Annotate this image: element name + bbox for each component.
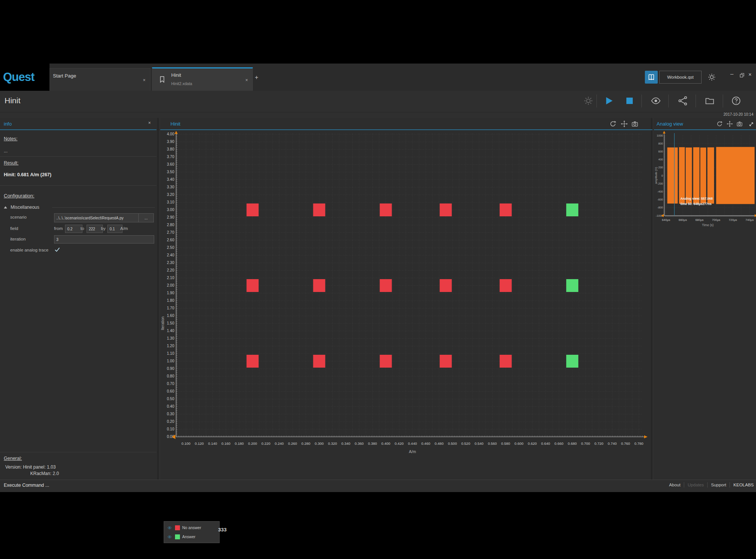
field-to-input[interactable]: 222 bbox=[87, 225, 103, 233]
toolbar-separator bbox=[596, 95, 597, 107]
tab-hinit[interactable]: Hinit Hinit2.xdata × bbox=[152, 67, 253, 92]
data-point-no-answer bbox=[500, 203, 512, 216]
scenario-branch-icon[interactable] bbox=[678, 96, 688, 106]
svg-text:0.560: 0.560 bbox=[488, 441, 497, 446]
book-icon bbox=[647, 73, 655, 81]
refresh-icon[interactable] bbox=[716, 121, 723, 127]
analog-waveform-plot[interactable]: -1000-800-600-400-2000200400600800100064… bbox=[654, 131, 756, 237]
status-link-about[interactable]: About bbox=[669, 483, 680, 487]
panel-underline bbox=[654, 129, 756, 130]
separator bbox=[707, 482, 708, 488]
svg-text:1.30: 1.30 bbox=[167, 336, 175, 340]
svg-text:200: 200 bbox=[658, 166, 663, 169]
svg-text:1.20: 1.20 bbox=[167, 344, 175, 348]
tab-close-icon[interactable]: × bbox=[143, 78, 146, 83]
svg-text:0.220: 0.220 bbox=[262, 441, 271, 446]
data-point-no-answer bbox=[440, 203, 452, 216]
brightness-icon[interactable] bbox=[708, 73, 716, 81]
scenario-browse-button[interactable]: ... bbox=[138, 213, 154, 222]
window-close-button[interactable]: × bbox=[748, 71, 751, 78]
analog-trace-label: enable analog trace bbox=[10, 248, 48, 252]
status-link-support[interactable]: Support bbox=[711, 483, 726, 487]
svg-text:600: 600 bbox=[658, 150, 663, 153]
status-link-updates[interactable]: Updates bbox=[688, 483, 704, 487]
from-label: from bbox=[54, 226, 63, 231]
svg-text:680µs: 680µs bbox=[695, 218, 703, 222]
info-panel-title: info bbox=[4, 121, 12, 127]
svg-text:2.20: 2.20 bbox=[167, 268, 175, 272]
svg-text:1.80: 1.80 bbox=[167, 298, 175, 303]
svg-text:Analog view: 557.068: Analog view: 557.068 bbox=[680, 197, 713, 200]
svg-text:1.10: 1.10 bbox=[167, 351, 175, 356]
svg-text:0.500: 0.500 bbox=[448, 441, 457, 446]
data-point-answer bbox=[566, 355, 578, 368]
view-eye-icon[interactable] bbox=[650, 96, 662, 106]
svg-text:0.380: 0.380 bbox=[368, 441, 377, 446]
data-point-no-answer bbox=[440, 279, 452, 292]
snapshot-camera-icon[interactable] bbox=[631, 120, 638, 127]
field-from-input[interactable]: 0.2 bbox=[65, 225, 82, 233]
info-panel: info × Notes: ... Result: Hinit: 0.681 A… bbox=[0, 118, 159, 480]
workbook-book-button[interactable] bbox=[645, 71, 658, 84]
legend-count: 333 bbox=[218, 527, 227, 533]
version-line-2: KRacMan: 2.0 bbox=[30, 471, 59, 476]
legend-item-answer[interactable]: Answer bbox=[166, 534, 217, 540]
quest-logo: Quest bbox=[0, 70, 34, 84]
svg-text:1.70: 1.70 bbox=[167, 306, 175, 310]
analog-trace-checkbox[interactable] bbox=[54, 246, 60, 253]
window-restore-button[interactable] bbox=[739, 73, 745, 78]
svg-text:0.740: 0.740 bbox=[608, 441, 617, 446]
data-point-answer bbox=[566, 279, 578, 292]
fit-view-icon[interactable] bbox=[621, 120, 628, 127]
svg-text:0.280: 0.280 bbox=[301, 441, 310, 446]
hinit-panel-title: Hinit bbox=[170, 121, 180, 127]
legend: No answer Answer bbox=[164, 521, 220, 543]
tree-collapse-icon[interactable] bbox=[3, 205, 8, 210]
refresh-icon[interactable] bbox=[609, 120, 617, 127]
scenario-input[interactable]: ..\..\..\scenarios\cardSelect\RequestA.p… bbox=[54, 213, 141, 222]
legend-item-no-answer[interactable]: No answer bbox=[166, 525, 217, 531]
toolbar: Hinit bbox=[0, 91, 756, 112]
tab-close-icon[interactable]: × bbox=[245, 78, 248, 83]
svg-text:2.80: 2.80 bbox=[167, 223, 175, 227]
data-point-answer bbox=[566, 203, 578, 216]
svg-text:640µs: 640µs bbox=[662, 218, 670, 222]
legend-label: No answer bbox=[182, 525, 201, 530]
svg-text:1.60: 1.60 bbox=[167, 314, 175, 318]
svg-text:0.20: 0.20 bbox=[167, 419, 175, 424]
window-minimize-button[interactable]: – bbox=[730, 70, 733, 77]
info-panel-close-icon[interactable]: × bbox=[148, 120, 151, 126]
bookmark-icon bbox=[158, 75, 166, 84]
svg-text:3.70: 3.70 bbox=[167, 155, 175, 159]
svg-text:-400: -400 bbox=[657, 190, 663, 193]
stop-button[interactable] bbox=[624, 96, 635, 106]
workbook-name-button[interactable]: Workbook.qst bbox=[659, 71, 702, 84]
help-icon[interactable] bbox=[731, 96, 741, 106]
svg-text:0.480: 0.480 bbox=[435, 441, 444, 446]
svg-text:0.420: 0.420 bbox=[395, 441, 404, 446]
svg-text:0.160: 0.160 bbox=[222, 441, 231, 446]
tab-start-page[interactable]: Start Page × bbox=[50, 68, 150, 91]
toolbar-separator bbox=[696, 95, 696, 107]
svg-text:0.180: 0.180 bbox=[235, 441, 244, 446]
tab-label: Start Page bbox=[53, 73, 76, 79]
visibility-eye-icon[interactable] bbox=[166, 526, 173, 530]
status-links: About Updates Support KEOLABS bbox=[669, 482, 754, 488]
settings-gear-icon[interactable] bbox=[583, 96, 593, 106]
expand-panel-icon[interactable] bbox=[748, 121, 754, 127]
snapshot-camera-icon[interactable] bbox=[736, 121, 743, 127]
new-tab-button[interactable]: + bbox=[255, 74, 258, 81]
main-scatter-plot[interactable]: 0.000.100.200.300.400.500.600.700.800.90… bbox=[159, 131, 652, 456]
open-folder-icon[interactable] bbox=[705, 96, 715, 106]
data-point-no-answer bbox=[500, 355, 512, 368]
play-button[interactable] bbox=[604, 96, 614, 106]
tree-group-label[interactable]: Miscellaneous bbox=[11, 205, 39, 210]
svg-text:1.00: 1.00 bbox=[167, 359, 175, 363]
iteration-input[interactable]: 3 bbox=[54, 235, 154, 244]
visibility-eye-icon[interactable] bbox=[166, 535, 173, 539]
status-link-keolabs[interactable]: KEOLABS bbox=[733, 483, 754, 487]
fit-view-icon[interactable] bbox=[727, 121, 733, 127]
svg-text:0.50: 0.50 bbox=[167, 397, 175, 401]
svg-text:0.90: 0.90 bbox=[167, 366, 175, 371]
page-title: Hinit bbox=[5, 96, 20, 105]
